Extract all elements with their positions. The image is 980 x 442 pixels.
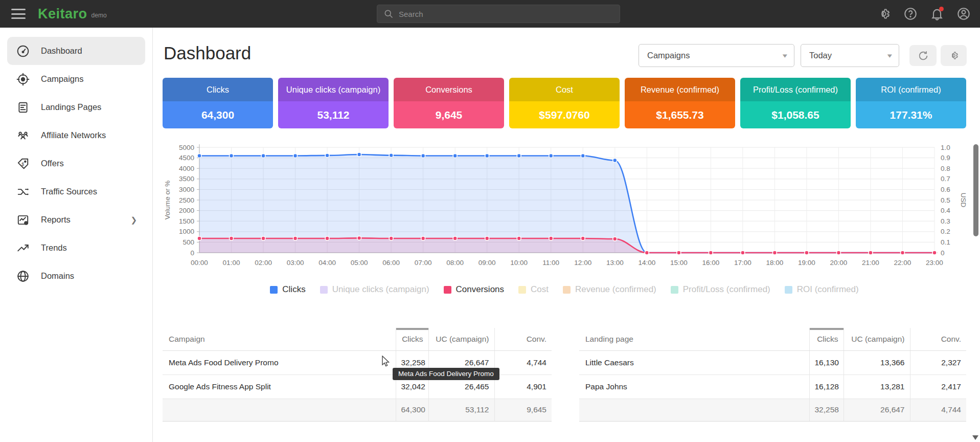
legend-item-revenue-confirmed[interactable]: Revenue (confirmed) xyxy=(563,284,656,295)
svg-text:Volume or %: Volume or % xyxy=(164,181,171,220)
account-icon[interactable] xyxy=(956,7,971,21)
sidebar-item-trends[interactable]: Trends xyxy=(7,234,145,262)
legend-item-roi-confirmed[interactable]: ROI (confirmed) xyxy=(785,284,859,295)
svg-text:0.3: 0.3 xyxy=(941,217,950,225)
svg-text:15:00: 15:00 xyxy=(670,259,688,267)
svg-text:1.0: 1.0 xyxy=(941,144,950,151)
conv-value: 4,901 xyxy=(494,374,552,399)
stat-card-value: $597.0760 xyxy=(509,101,620,128)
uc-total: 53,112 xyxy=(428,399,494,421)
table-row[interactable]: Papa Johns 16,128 13,281 2,417 xyxy=(579,374,966,399)
hover-tooltip: Meta Ads Food Delivery Promo xyxy=(393,368,499,380)
sidebar: DashboardCampaignsLandings PagesAffiliat… xyxy=(0,28,153,442)
stat-card-value: 9,645 xyxy=(394,101,504,128)
sidebar-item-label: Campaigns xyxy=(41,74,83,84)
column-header-conv[interactable]: Conv. xyxy=(910,328,966,350)
svg-text:13:00: 13:00 xyxy=(606,259,624,267)
gear-icon xyxy=(948,50,959,61)
uc-value: 13,366 xyxy=(844,350,910,374)
menu-icon[interactable] xyxy=(11,9,26,19)
keitaro-logo[interactable]: Keitaro xyxy=(38,6,87,22)
campaign-name[interactable]: Meta Ads Food Delivery Promo xyxy=(163,350,396,374)
dashboard-settings-button[interactable] xyxy=(941,45,967,66)
sidebar-item-label: Domains xyxy=(41,271,74,281)
sidebar-item-traffic-sources[interactable]: Traffic Sources xyxy=(7,178,145,206)
stat-card-value: $1,655.73 xyxy=(625,101,735,128)
legend-item-unique-clicks-campaign[interactable]: Unique clicks (campaign) xyxy=(320,284,429,295)
chevron-down-icon: ▾ xyxy=(783,52,787,59)
stat-card-clicks[interactable]: Clicks64,300 xyxy=(163,78,273,128)
sidebar-item-landings-pages[interactable]: Landings Pages xyxy=(7,93,145,121)
legend-label: Unique clicks (campaign) xyxy=(332,284,429,295)
legend-item-conversions[interactable]: Conversions xyxy=(444,284,505,295)
mouse-cursor xyxy=(380,356,392,368)
notifications-icon[interactable] xyxy=(930,7,944,21)
stat-card-label: Unique clicks (campaign) xyxy=(278,78,389,101)
sidebar-item-affiliate-networks[interactable]: Affiliate Networks xyxy=(7,121,145,149)
group-by-select[interactable]: Campaigns ▾ xyxy=(639,44,794,67)
stat-card-profit-loss-confirmed[interactable]: Profit/Loss (confirmed)$1,058.65 xyxy=(740,78,851,128)
svg-text:0.6: 0.6 xyxy=(941,186,950,193)
date-range-value: Today xyxy=(809,51,832,60)
chevron-down-icon: ▾ xyxy=(887,52,892,59)
page-scrollbar[interactable] xyxy=(971,28,980,442)
date-range-select[interactable]: Today ▾ xyxy=(801,44,899,67)
refresh-icon xyxy=(918,50,929,61)
globe-icon xyxy=(16,270,30,283)
sidebar-item-dashboard[interactable]: Dashboard xyxy=(7,37,145,65)
sidebar-item-label: Trends xyxy=(41,243,67,253)
conv-value: 4,744 xyxy=(494,350,552,374)
scrollbar-thumb[interactable] xyxy=(973,144,978,236)
gauge-icon xyxy=(16,45,30,58)
campaign-name[interactable]: Google Ads Fitness App Split xyxy=(163,374,396,399)
stat-card-roi-confirmed[interactable]: ROI (confirmed)177.31% xyxy=(856,78,966,128)
group-by-value: Campaigns xyxy=(647,51,690,60)
svg-text:USD: USD xyxy=(960,193,966,208)
column-header-conv[interactable]: Conv. xyxy=(494,328,552,350)
sidebar-item-domains[interactable]: Domains xyxy=(7,262,145,290)
svg-text:3000: 3000 xyxy=(179,186,194,193)
search-box[interactable] xyxy=(377,5,620,23)
svg-text:16:00: 16:00 xyxy=(702,259,719,267)
legend-item-cost[interactable]: Cost xyxy=(518,284,549,295)
legend-item-clicks[interactable]: Clicks xyxy=(270,284,305,295)
help-icon[interactable] xyxy=(903,7,918,21)
stat-card-conversions[interactable]: Conversions9,645 xyxy=(394,78,504,128)
table-row[interactable]: Little Caesars 16,130 13,366 2,327 xyxy=(579,350,966,374)
landing-page-name[interactable]: Little Caesars xyxy=(579,350,809,374)
sidebar-item-campaigns[interactable]: Campaigns xyxy=(7,65,145,93)
top-bar: Keitaro demo xyxy=(0,0,980,28)
conv-total: 9,645 xyxy=(494,399,552,421)
column-header-campaign[interactable]: Campaign xyxy=(163,328,396,350)
stat-card-cost[interactable]: Cost$597.0760 xyxy=(509,78,620,128)
tag-icon: $ xyxy=(16,157,30,170)
sort-indicator xyxy=(396,328,428,330)
column-header-clicks[interactable]: Clicks xyxy=(396,328,428,350)
landing-page-name[interactable]: Papa Johns xyxy=(579,374,809,399)
traffic-chart[interactable]: 0500100015002000250030003500400045005000… xyxy=(163,137,966,280)
svg-text:01:00: 01:00 xyxy=(223,259,240,267)
search-input[interactable] xyxy=(399,10,620,18)
legend-swatch xyxy=(518,286,526,294)
settings-icon[interactable] xyxy=(877,7,891,21)
column-header-uc[interactable]: UC (campaign) xyxy=(844,328,910,350)
column-header-clicks[interactable]: Clicks xyxy=(809,328,844,350)
svg-text:0.8: 0.8 xyxy=(941,165,950,172)
stat-card-unique-clicks-campaign[interactable]: Unique clicks (campaign)53,112 xyxy=(278,78,389,128)
svg-text:03:00: 03:00 xyxy=(287,259,304,267)
legend-item-profit-loss-confirmed[interactable]: Profit/Loss (confirmed) xyxy=(671,284,770,295)
column-header-landing-page[interactable]: Landing page xyxy=(579,328,809,350)
column-header-uc[interactable]: UC (campaign) xyxy=(428,328,494,350)
target-icon xyxy=(16,73,30,86)
stat-card-revenue-confirmed[interactable]: Revenue (confirmed)$1,655.73 xyxy=(625,78,735,128)
svg-text:1500: 1500 xyxy=(179,217,194,225)
sidebar-item-reports[interactable]: Reports❯ xyxy=(7,206,145,234)
legend-swatch xyxy=(671,286,678,294)
refresh-button[interactable] xyxy=(909,45,937,66)
scrollbar-down-arrow[interactable] xyxy=(972,435,978,440)
svg-text:0.7: 0.7 xyxy=(941,175,950,183)
sidebar-item-offers[interactable]: $Offers xyxy=(7,149,145,178)
svg-text:10:00: 10:00 xyxy=(510,259,528,267)
svg-text:08:00: 08:00 xyxy=(446,259,464,267)
page-title: Dashboard xyxy=(164,43,251,63)
